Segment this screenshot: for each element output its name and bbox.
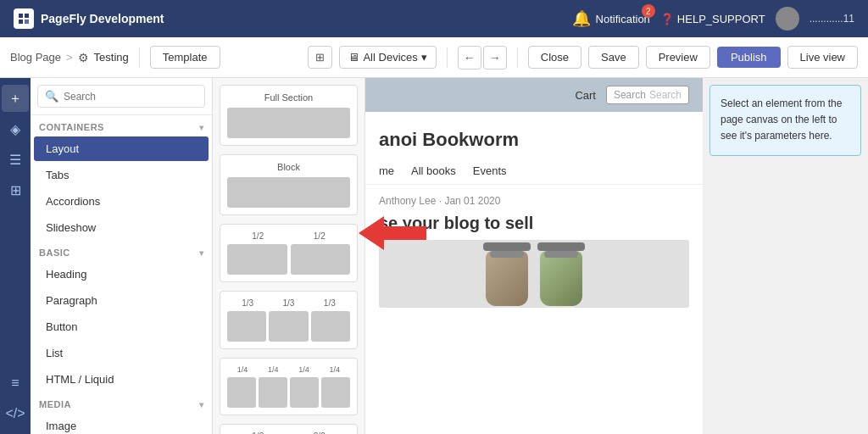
block-component[interactable]: Block — [220, 154, 358, 215]
menu-item-events[interactable]: Events — [473, 164, 507, 177]
search-input[interactable] — [64, 91, 198, 103]
third-col3-label: 1/3 — [324, 298, 336, 308]
search-wrap: 🔍 — [37, 85, 205, 108]
jar-group — [480, 240, 588, 308]
thirds-preview — [227, 311, 350, 342]
canvas-navbar: Cart Search Search — [365, 78, 703, 112]
code-button[interactable]: </> — [2, 400, 29, 427]
top-navbar: PageFly Development 🔔 2 Notification ❓ H… — [0, 0, 868, 37]
basic-chevron: ▾ — [199, 248, 204, 258]
pages-icon: ⊞ — [10, 182, 21, 198]
properties-panel: Select an element from the page canvas o… — [703, 78, 868, 434]
save-button[interactable]: Save — [588, 46, 639, 69]
canvas-area[interactable]: Cart Search Search anoi Bookworm me All … — [365, 78, 703, 434]
block-label: Block — [227, 162, 350, 172]
layers-button[interactable]: ☰ — [2, 146, 29, 173]
notification-button[interactable]: 🔔 2 Notification — [572, 9, 650, 28]
plus-icon: ＋ — [8, 90, 22, 108]
align-button[interactable]: ⊞ — [308, 46, 332, 69]
undo-button[interactable]: ← — [458, 46, 481, 70]
jar-body-2 — [540, 251, 582, 306]
align-icon: ⊞ — [315, 51, 325, 64]
panel-item-tabs[interactable]: Tabs — [34, 163, 209, 187]
blog-title: se your blog to sell — [365, 210, 703, 240]
panel-item-image[interactable]: Image — [34, 414, 209, 434]
menu-item-home[interactable]: me — [379, 164, 394, 177]
main-layout: ＋ ◈ ☰ ⊞ ≡ </> 🔍 CONTAINE — [0, 78, 868, 434]
svg-rect-1 — [25, 14, 29, 18]
half-col-left-label: 1/2 — [252, 231, 264, 241]
list-icon: ≡ — [11, 376, 19, 391]
chevron-down-icon: ▾ — [421, 51, 427, 64]
avatar[interactable] — [776, 7, 799, 31]
panel-item-list[interactable]: List — [34, 341, 209, 365]
one-third-two-thirds-block[interactable]: 1/3 2/3 — [220, 424, 358, 434]
quarter-col4-label: 1/4 — [330, 365, 341, 374]
basic-header: BASIC ▾ — [31, 241, 212, 261]
search-placeholder: Search — [649, 89, 682, 101]
toolbar-divider-1 — [139, 47, 140, 68]
notification-badge: 2 — [642, 4, 655, 18]
search-label: Search — [614, 89, 646, 101]
full-section-preview — [227, 108, 350, 138]
help-button[interactable]: ❓ HELP_SUPPORT — [660, 13, 765, 25]
shopify-button[interactable]: ◈ — [2, 115, 29, 142]
panel-item-paragraph[interactable]: Paragraph — [34, 288, 209, 313]
toolbar-divider-3 — [517, 47, 518, 68]
jar-body-1 — [486, 251, 528, 306]
page-name: Testing — [94, 51, 129, 64]
toolbar: Blog Page > ⚙ Testing Template ⊞ 🖥 All D… — [0, 37, 868, 78]
info-message: Select an element from the page canvas o… — [721, 97, 842, 142]
third-third-third-block[interactable]: 1/3 1/3 1/3 — [220, 291, 358, 349]
panel-item-accordions[interactable]: Accordions — [34, 189, 209, 214]
panel-item-html[interactable]: HTML / Liquid — [34, 367, 209, 392]
canvas-search: Search Search — [606, 86, 689, 104]
app-logo: PageFly Development — [14, 8, 164, 29]
media-label: MEDIA — [39, 399, 71, 409]
add-element-button[interactable]: ＋ — [2, 85, 29, 112]
layout-components-panel: Full Section Block 1/2 1/2 1/3 1/3 1/3 — [213, 78, 365, 434]
bell-icon: 🔔 — [572, 9, 591, 28]
canvas-site-header: anoi Bookworm — [365, 112, 703, 158]
half-half-preview — [227, 244, 350, 275]
quarter-block[interactable]: 1/4 1/4 1/4 1/4 — [220, 358, 358, 415]
device-selector[interactable]: 🖥 All Devices ▾ — [339, 46, 436, 69]
full-section-block[interactable]: Full Section — [220, 85, 358, 146]
app-name: PageFly Development — [41, 12, 164, 25]
panel-item-slideshow[interactable]: Slideshow — [34, 215, 209, 240]
quarters-preview — [227, 377, 350, 408]
site-name: anoi Bookworm — [379, 129, 689, 151]
gear-icon: ⚙ — [78, 51, 89, 64]
media-chevron: ▾ — [199, 400, 204, 409]
containers-header: CONTAINERS ▾ — [31, 115, 212, 136]
icon-sidebar: ＋ ◈ ☰ ⊞ ≡ </> — [0, 78, 31, 434]
quarter-col3-label: 1/4 — [298, 365, 309, 374]
live-view-button[interactable]: Live view — [787, 46, 858, 69]
quarter-col1-label: 1/4 — [237, 365, 248, 374]
element-panel: 🔍 CONTAINERS ▾ Layout Tabs Accordions Sl… — [31, 78, 213, 434]
preview-button[interactable]: Preview — [646, 46, 710, 69]
redo-button[interactable]: → — [483, 46, 507, 70]
breadcrumb-separator: > — [66, 51, 73, 64]
canvas-menu: me All books Events — [365, 158, 703, 185]
blog-image — [379, 240, 689, 308]
menu-item-books[interactable]: All books — [411, 164, 456, 177]
pages-button[interactable]: ⊞ — [2, 176, 29, 203]
panel-item-layout[interactable]: Layout — [34, 136, 209, 161]
panel-item-button[interactable]: Button — [34, 314, 209, 339]
half-half-block[interactable]: 1/2 1/2 — [220, 224, 358, 282]
breadcrumb-page[interactable]: Blog Page — [10, 51, 61, 64]
template-button[interactable]: Template — [150, 46, 220, 69]
settings-bottom-button[interactable]: ≡ — [2, 370, 29, 397]
logo-icon — [14, 8, 34, 29]
close-button[interactable]: Close — [528, 46, 581, 69]
panel-item-heading[interactable]: Heading — [34, 262, 209, 287]
media-header: MEDIA ▾ — [31, 392, 212, 413]
containers-chevron: ▾ — [199, 123, 204, 132]
svg-rect-0 — [19, 14, 23, 18]
help-icon: ❓ — [660, 13, 674, 25]
publish-button[interactable]: Publish — [717, 47, 781, 68]
info-tooltip: Select an element from the page canvas o… — [709, 85, 861, 156]
undo-redo-group: ← → — [458, 46, 507, 70]
jar-item-2 — [537, 242, 585, 306]
